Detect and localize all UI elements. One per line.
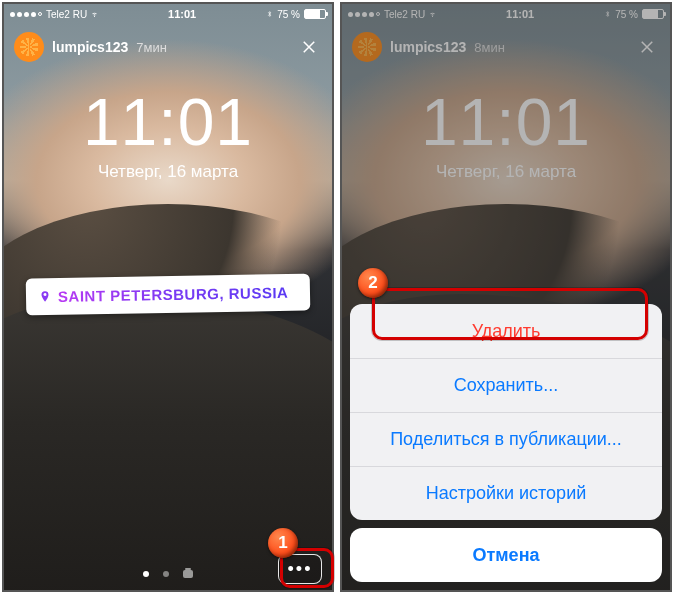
more-button[interactable]: ••• <box>278 554 322 584</box>
statusbar-time: 11:01 <box>168 8 196 20</box>
sheet-share-button[interactable]: Поделиться в публикации... <box>350 412 662 466</box>
lockscreen-time: 11:01 <box>4 84 332 160</box>
battery-icon <box>304 9 326 19</box>
avatar[interactable] <box>14 32 44 62</box>
location-pin-icon <box>38 290 52 304</box>
wifi-icon <box>91 8 98 20</box>
close-icon[interactable] <box>296 34 322 60</box>
signal-dots-icon <box>10 12 42 17</box>
sheet-save-button[interactable]: Сохранить... <box>350 358 662 412</box>
sheet-story-settings-button[interactable]: Настройки историй <box>350 466 662 520</box>
pager-dot <box>163 571 169 577</box>
carrier-label: Tele2 RU <box>46 9 87 20</box>
action-sheet: Удалить Сохранить... Поделиться в публик… <box>350 304 662 582</box>
story-pager <box>4 570 332 578</box>
bluetooth-icon <box>266 8 273 20</box>
location-label: Saint Petersburg, Russia <box>58 284 289 305</box>
story-age: 7мин <box>136 40 167 55</box>
sheet-cancel-button[interactable]: Отмена <box>350 528 662 582</box>
step-badge-2: 2 <box>358 268 388 298</box>
step-badge-1: 1 <box>268 528 298 558</box>
story-username[interactable]: lumpics123 <box>52 39 128 55</box>
sheet-delete-button[interactable]: Удалить <box>350 304 662 358</box>
pager-dot <box>143 571 149 577</box>
camera-icon[interactable] <box>183 570 193 578</box>
phone-left: Tele2 RU 11:01 75 % lumpics123 7мин 11:0… <box>2 2 334 592</box>
battery-pct: 75 % <box>277 9 300 20</box>
phone-right: Tele2 RU 11:01 75 % lumpics123 8мин 11:0… <box>340 2 672 592</box>
story-header: lumpics123 7мин <box>4 26 332 68</box>
action-sheet-group: Удалить Сохранить... Поделиться в публик… <box>350 304 662 520</box>
lockscreen-date: Четверг, 16 марта <box>4 162 332 182</box>
ios-status-bar: Tele2 RU 11:01 75 % <box>4 4 332 24</box>
location-sticker[interactable]: Saint Petersburg, Russia <box>26 274 311 316</box>
